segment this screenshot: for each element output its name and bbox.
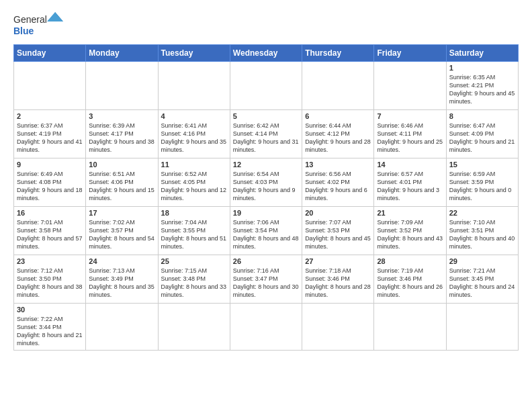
calendar-table: SundayMondayTuesdayWednesdayThursdayFrid…: [13, 44, 519, 351]
cell-info: Sunrise: 7:22 AM Sunset: 3:44 PM Dayligh…: [17, 315, 83, 348]
calendar-cell: 2Sunrise: 6:37 AM Sunset: 4:19 PM Daylig…: [14, 110, 86, 158]
cell-info: Sunrise: 7:06 AM Sunset: 3:54 PM Dayligh…: [233, 218, 299, 251]
day-number: 10: [89, 161, 154, 169]
day-number: 27: [305, 257, 371, 265]
calendar-cell: [302, 304, 374, 351]
calendar-cell: 24Sunrise: 7:13 AM Sunset: 3:49 PM Dayli…: [86, 255, 158, 304]
calendar-cell: 17Sunrise: 7:02 AM Sunset: 3:57 PM Dayli…: [86, 207, 158, 255]
calendar-cell: [86, 304, 158, 351]
calendar-cell: 26Sunrise: 7:16 AM Sunset: 3:47 PM Dayli…: [230, 255, 302, 304]
weekday-header-tuesday: Tuesday: [158, 45, 230, 62]
calendar-cell: 4Sunrise: 6:41 AM Sunset: 4:16 PM Daylig…: [158, 110, 230, 158]
calendar-cell: [446, 304, 518, 351]
day-number: 4: [161, 112, 227, 120]
cell-info: Sunrise: 6:47 AM Sunset: 4:09 PM Dayligh…: [449, 122, 515, 154]
calendar-cell: [374, 62, 446, 110]
calendar-cell: 7Sunrise: 6:46 AM Sunset: 4:11 PM Daylig…: [374, 110, 446, 158]
cell-info: Sunrise: 6:54 AM Sunset: 4:03 PM Dayligh…: [233, 170, 299, 203]
cell-info: Sunrise: 6:35 AM Sunset: 4:21 PM Dayligh…: [449, 73, 515, 106]
day-number: 17: [89, 209, 154, 217]
day-number: 6: [305, 112, 371, 120]
calendar-cell: 29Sunrise: 7:21 AM Sunset: 3:45 PM Dayli…: [446, 255, 518, 304]
calendar-header-row: SundayMondayTuesdayWednesdayThursdayFrid…: [14, 45, 519, 62]
calendar-cell: [230, 62, 302, 110]
cell-info: Sunrise: 7:02 AM Sunset: 3:57 PM Dayligh…: [89, 218, 154, 251]
day-number: 23: [17, 257, 83, 265]
cell-info: Sunrise: 6:37 AM Sunset: 4:19 PM Dayligh…: [17, 122, 83, 154]
svg-text:Blue: Blue: [13, 26, 34, 36]
day-number: 7: [377, 112, 443, 120]
calendar-cell: 23Sunrise: 7:12 AM Sunset: 3:50 PM Dayli…: [14, 255, 86, 304]
cell-info: Sunrise: 6:39 AM Sunset: 4:17 PM Dayligh…: [89, 122, 154, 154]
day-number: 5: [233, 112, 299, 120]
day-number: 11: [161, 161, 227, 169]
calendar-cell: 13Sunrise: 6:56 AM Sunset: 4:02 PM Dayli…: [302, 158, 374, 207]
weekday-header-sunday: Sunday: [14, 45, 86, 62]
calendar-cell: [86, 62, 158, 110]
cell-info: Sunrise: 7:10 AM Sunset: 3:51 PM Dayligh…: [449, 218, 515, 251]
cell-info: Sunrise: 6:56 AM Sunset: 4:02 PM Dayligh…: [305, 170, 371, 203]
calendar-cell: [302, 62, 374, 110]
day-number: 8: [449, 112, 515, 120]
calendar-cell: [230, 304, 302, 351]
cell-info: Sunrise: 6:51 AM Sunset: 4:06 PM Dayligh…: [89, 170, 154, 203]
calendar-cell: 8Sunrise: 6:47 AM Sunset: 4:09 PM Daylig…: [446, 110, 518, 158]
cell-info: Sunrise: 6:44 AM Sunset: 4:12 PM Dayligh…: [305, 122, 371, 154]
cell-info: Sunrise: 7:18 AM Sunset: 3:46 PM Dayligh…: [305, 267, 371, 300]
day-number: 26: [233, 257, 299, 265]
cell-info: Sunrise: 6:57 AM Sunset: 4:01 PM Dayligh…: [377, 170, 443, 203]
day-number: 1: [449, 64, 515, 72]
svg-marker-3: [47, 12, 63, 21]
cell-info: Sunrise: 7:07 AM Sunset: 3:53 PM Dayligh…: [305, 218, 371, 251]
calendar-cell: 14Sunrise: 6:57 AM Sunset: 4:01 PM Dayli…: [374, 158, 446, 207]
day-number: 14: [377, 161, 443, 169]
calendar-cell: 18Sunrise: 7:04 AM Sunset: 3:55 PM Dayli…: [158, 207, 230, 255]
header: General Blue: [13, 11, 519, 39]
cell-info: Sunrise: 6:49 AM Sunset: 4:08 PM Dayligh…: [17, 170, 83, 203]
cell-info: Sunrise: 7:21 AM Sunset: 3:45 PM Dayligh…: [449, 267, 515, 300]
day-number: 3: [89, 112, 154, 120]
weekday-header-thursday: Thursday: [302, 45, 374, 62]
cell-info: Sunrise: 7:19 AM Sunset: 3:46 PM Dayligh…: [377, 267, 443, 300]
calendar-cell: 19Sunrise: 7:06 AM Sunset: 3:54 PM Dayli…: [230, 207, 302, 255]
day-number: 12: [233, 161, 299, 169]
day-number: 19: [233, 209, 299, 217]
calendar-cell: 6Sunrise: 6:44 AM Sunset: 4:12 PM Daylig…: [302, 110, 374, 158]
day-number: 21: [377, 209, 443, 217]
calendar-cell: 21Sunrise: 7:09 AM Sunset: 3:52 PM Dayli…: [374, 207, 446, 255]
calendar-cell: 27Sunrise: 7:18 AM Sunset: 3:46 PM Dayli…: [302, 255, 374, 304]
calendar-cell: 20Sunrise: 7:07 AM Sunset: 3:53 PM Dayli…: [302, 207, 374, 255]
weekday-header-wednesday: Wednesday: [230, 45, 302, 62]
cell-info: Sunrise: 6:52 AM Sunset: 4:05 PM Dayligh…: [161, 170, 227, 203]
calendar-cell: 11Sunrise: 6:52 AM Sunset: 4:05 PM Dayli…: [158, 158, 230, 207]
cell-info: Sunrise: 7:09 AM Sunset: 3:52 PM Dayligh…: [377, 218, 443, 251]
cell-info: Sunrise: 7:01 AM Sunset: 3:58 PM Dayligh…: [17, 218, 83, 251]
calendar-cell: [158, 62, 230, 110]
cell-info: Sunrise: 6:46 AM Sunset: 4:11 PM Dayligh…: [377, 122, 443, 154]
calendar-cell: 28Sunrise: 7:19 AM Sunset: 3:46 PM Dayli…: [374, 255, 446, 304]
day-number: 22: [449, 209, 515, 217]
cell-info: Sunrise: 7:12 AM Sunset: 3:50 PM Dayligh…: [17, 267, 83, 300]
cell-info: Sunrise: 7:15 AM Sunset: 3:48 PM Dayligh…: [161, 267, 227, 300]
cell-info: Sunrise: 6:59 AM Sunset: 3:59 PM Dayligh…: [449, 170, 515, 203]
day-number: 2: [17, 112, 83, 120]
calendar-cell: 1Sunrise: 6:35 AM Sunset: 4:21 PM Daylig…: [446, 62, 518, 110]
weekday-header-monday: Monday: [86, 45, 158, 62]
calendar-cell: 16Sunrise: 7:01 AM Sunset: 3:58 PM Dayli…: [14, 207, 86, 255]
calendar-cell: 3Sunrise: 6:39 AM Sunset: 4:17 PM Daylig…: [86, 110, 158, 158]
day-number: 16: [17, 209, 83, 217]
cell-info: Sunrise: 7:04 AM Sunset: 3:55 PM Dayligh…: [161, 218, 227, 251]
svg-text:General: General: [13, 14, 47, 25]
calendar-cell: 9Sunrise: 6:49 AM Sunset: 4:08 PM Daylig…: [14, 158, 86, 207]
cell-info: Sunrise: 7:16 AM Sunset: 3:47 PM Dayligh…: [233, 267, 299, 300]
calendar-cell: 25Sunrise: 7:15 AM Sunset: 3:48 PM Dayli…: [158, 255, 230, 304]
calendar-cell: [14, 62, 86, 110]
day-number: 9: [17, 161, 83, 169]
cell-info: Sunrise: 6:41 AM Sunset: 4:16 PM Dayligh…: [161, 122, 227, 154]
calendar-cell: 5Sunrise: 6:42 AM Sunset: 4:14 PM Daylig…: [230, 110, 302, 158]
day-number: 25: [161, 257, 227, 265]
cell-info: Sunrise: 7:13 AM Sunset: 3:49 PM Dayligh…: [89, 267, 154, 300]
day-number: 30: [17, 306, 83, 314]
calendar-cell: [158, 304, 230, 351]
calendar-cell: 30Sunrise: 7:22 AM Sunset: 3:44 PM Dayli…: [14, 304, 86, 351]
